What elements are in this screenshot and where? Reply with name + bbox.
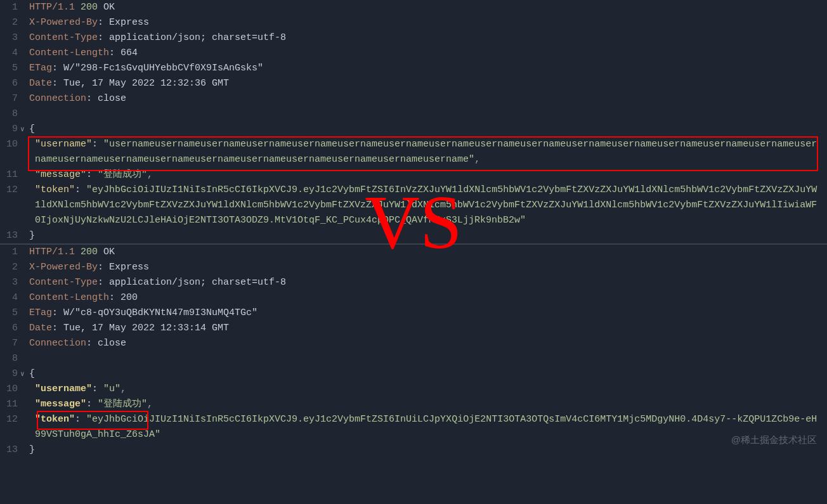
token-key: "message" [35,399,86,410]
code-line: 10"username": "u", [0,382,827,397]
token-colon: : [98,17,109,28]
token-val: 200 [120,292,138,303]
code-line: 13} [0,443,827,458]
token-hdr: Date [29,323,52,333]
line-number: 7 [0,91,20,107]
line-number: 13 [0,443,20,458]
code-content: { [29,122,827,137]
code-content: "token": "eyJhbGciOiJIUzI1NiIsInR5cCI6Ik… [29,412,827,443]
fold-chevron-icon[interactable]: ∨ [20,366,29,380]
fold-chevron-icon [20,107,29,108]
line-number: 3 [0,30,20,46]
code-line: 12"token": "eyJhbGciOiJIUzI1NiIsInR5cCI6… [0,183,827,228]
code-line: 8 [0,107,827,122]
token-hdr: ETag [29,63,52,74]
fold-chevron-icon [20,15,29,16]
code-line: 11"message": "登陆成功", [0,397,827,412]
fold-chevron-icon [20,61,29,62]
token-val: OK [103,247,115,257]
token-colon: : [92,139,103,150]
fold-chevron-icon [20,321,29,322]
code-line: 3Content-Type: application/json; charset… [0,30,827,46]
line-number: 1 [0,0,20,15]
code-line: 5ETag: W/"298-Fc1sGvqUHYebbCVf0X9IsAnGsk… [0,61,827,76]
code-line: 6Date: Tue, 17 May 2022 12:33:14 GMT [0,321,827,336]
code-content: HTTP/1.1 200 OK [29,0,827,15]
token-colon: : [52,307,63,318]
code-content: Content-Length: 200 [29,290,827,306]
token-punc2: , [147,169,153,180]
token-sp [98,247,103,257]
code-content: Content-Length: 664 [29,46,827,61]
token-num: 200 [81,2,98,13]
line-number: 12 [0,412,20,427]
token-colon: : [52,78,63,89]
code-content: Content-Type: application/json; charset=… [29,30,827,46]
token-hdr: Content-Type [29,32,98,43]
fold-chevron-icon [20,76,29,77]
token-hdr: ETag [29,307,52,318]
fold-chevron-icon [20,137,29,138]
line-number: 4 [0,46,20,61]
line-number: 11 [0,167,20,183]
fold-chevron-icon [20,397,29,398]
line-number: 3 [0,275,20,290]
token-punc2: , [474,154,480,165]
token-hdr: HTTP/1.1 [29,247,75,257]
code-content: "message": "登陆成功", [29,397,827,412]
fold-chevron-icon [20,0,29,1]
line-number: 10 [0,382,20,397]
token-str: "usernameusernameusernameusernameusernam… [35,139,817,165]
token-hdr: X-Powered-By [29,17,98,28]
token-key: "username" [35,139,92,150]
token-hdr: X-Powered-By [29,262,98,273]
fold-chevron-icon [20,183,29,184]
code-content: } [29,228,827,243]
token-colon: : [98,277,109,288]
token-colon: : [86,399,98,410]
line-number: 2 [0,15,20,30]
code-content: "message": "登陆成功", [29,167,827,183]
code-line: 9∨{ [0,122,827,137]
code-content: "username": "u", [29,382,827,397]
token-punc: } [29,230,35,241]
line-number: 8 [0,107,20,122]
fold-chevron-icon [20,167,29,169]
code-content: { [29,366,827,382]
token-str: "eyJhbGciOiJIUzI1NiIsInR5cCI6IkpXVCJ9.ey… [35,414,817,440]
code-line: 6Date: Tue, 17 May 2022 12:32:36 GMT [0,76,827,91]
token-hdr: Connection [29,338,86,349]
code-content: Date: Tue, 17 May 2022 12:32:36 GMT [29,76,827,91]
token-val: close [98,93,126,104]
line-number: 11 [0,397,20,412]
token-val: 664 [120,48,138,58]
fold-chevron-icon [20,382,29,383]
token-sp [75,2,81,13]
token-punc2: , [120,384,126,394]
line-number: 4 [0,290,20,306]
token-colon: : [52,323,63,333]
code-line: 4Content-Length: 664 [0,46,827,61]
fold-chevron-icon [20,351,29,352]
line-number: 9 [0,122,20,137]
token-key: "token" [35,184,75,195]
token-colon: : [86,169,98,180]
fold-chevron-icon [20,228,29,229]
code-line: 13} [0,228,827,243]
token-hdr: HTTP/1.1 [29,2,75,13]
token-key: "username" [35,384,92,394]
token-val: W/"c8-qOY3uQBdKYNtN47m9I3NuMQ4TGc" [63,307,257,318]
code-content: X-Powered-By: Express [29,15,827,30]
token-val: W/"298-Fc1sGvqUHYebbCVf0X9IsAnGsks" [63,63,263,74]
token-sp [98,2,103,13]
fold-chevron-icon [20,443,29,444]
code-line: 7Connection: close [0,336,827,351]
token-hdr: Connection [29,93,86,104]
line-number: 5 [0,61,20,76]
token-val: application/json; charset=utf-8 [109,277,286,288]
token-hdr: Content-Type [29,277,98,288]
line-number: 9 [0,366,20,382]
fold-chevron-icon [20,306,29,307]
token-str: "u" [103,384,120,394]
fold-chevron-icon[interactable]: ∨ [20,122,29,136]
